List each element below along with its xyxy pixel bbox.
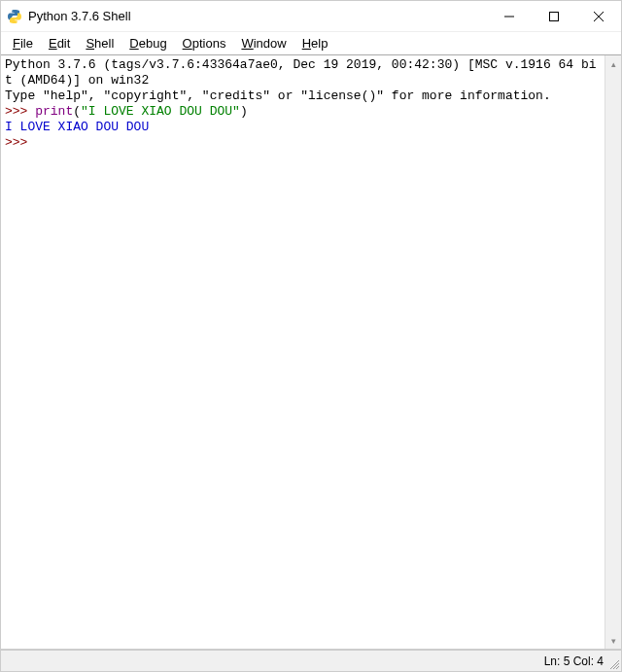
scroll-down-icon[interactable]: ▾ bbox=[605, 632, 621, 649]
statusbar: Ln: 5 Col: 4 bbox=[1, 650, 621, 671]
editor-area: Python 3.7.6 (tags/v3.7.6:43364a7ae0, De… bbox=[1, 55, 621, 650]
menu-help[interactable]: Help bbox=[294, 34, 336, 53]
prompt-2: >>> bbox=[5, 135, 35, 150]
menubar: File Edit Shell Debug Options Window Hel… bbox=[1, 32, 621, 55]
shell-text-area[interactable]: Python 3.7.6 (tags/v3.7.6:43364a7ae0, De… bbox=[1, 55, 605, 649]
paren-close: ) bbox=[240, 104, 248, 119]
titlebar[interactable]: Python 3.7.6 Shell bbox=[1, 1, 621, 32]
cursor-position: Ln: 5 Col: 4 bbox=[544, 654, 604, 668]
resize-grip-icon[interactable] bbox=[607, 657, 619, 669]
python-icon bbox=[7, 9, 22, 24]
menu-options[interactable]: Options bbox=[175, 34, 234, 53]
svg-rect-0 bbox=[550, 12, 559, 20]
menu-shell[interactable]: Shell bbox=[78, 34, 121, 53]
minimize-button[interactable] bbox=[487, 1, 532, 31]
vertical-scrollbar[interactable]: ▴ ▾ bbox=[605, 55, 621, 649]
output-line: I LOVE XIAO DOU DOU bbox=[5, 120, 149, 134]
string-literal: "I LOVE XIAO DOU DOU" bbox=[81, 104, 240, 119]
paren-open: ( bbox=[73, 104, 81, 119]
close-button[interactable] bbox=[576, 1, 621, 31]
maximize-button[interactable] bbox=[532, 1, 576, 31]
call-name: print bbox=[35, 104, 73, 119]
menu-file[interactable]: File bbox=[5, 34, 41, 53]
banner-line-2: Type "help", "copyright", "credits" or "… bbox=[5, 88, 551, 103]
menu-window[interactable]: Window bbox=[233, 34, 294, 53]
banner-line-1: Python 3.7.6 (tags/v3.7.6:43364a7ae0, De… bbox=[5, 57, 597, 88]
prompt: >>> bbox=[5, 104, 35, 119]
scroll-up-icon[interactable]: ▴ bbox=[605, 55, 621, 72]
menu-edit[interactable]: Edit bbox=[41, 34, 78, 53]
window-controls bbox=[487, 1, 621, 31]
window-title: Python 3.7.6 Shell bbox=[28, 9, 487, 23]
menu-debug[interactable]: Debug bbox=[121, 34, 174, 53]
